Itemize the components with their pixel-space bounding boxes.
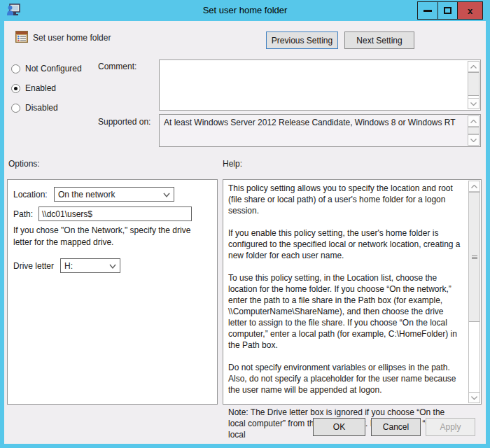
supported-on-box: At least Windows Server 2012 Release Can… bbox=[159, 114, 481, 147]
supported-on-label: Supported on: bbox=[98, 117, 150, 127]
drive-letter-chevron-down-icon bbox=[108, 262, 117, 270]
comment-scrollbar[interactable] bbox=[468, 61, 479, 109]
options-panel: Location: On the network Path: \\dc01\us… bbox=[7, 179, 218, 405]
help-scroll-down-icon[interactable] bbox=[469, 392, 479, 402]
options-section-label: Options: bbox=[8, 159, 40, 169]
policy-setting-icon bbox=[15, 31, 28, 43]
radio-disabled-circle bbox=[11, 104, 20, 113]
radio-not-configured-label: Not Configured bbox=[25, 64, 82, 74]
path-label: Path: bbox=[13, 209, 33, 219]
drive-letter-instruction: If you chose "On the Network," specify t… bbox=[13, 225, 211, 248]
help-scroll-up-icon[interactable] bbox=[469, 181, 479, 192]
next-setting-button[interactable]: Next Setting bbox=[344, 31, 414, 49]
close-icon: x bbox=[468, 6, 472, 16]
radio-disabled[interactable]: Disabled bbox=[11, 102, 58, 113]
help-paragraph: This policy setting allows you to specif… bbox=[228, 183, 464, 216]
radio-not-configured[interactable]: Not Configured bbox=[11, 63, 82, 74]
radio-disabled-label: Disabled bbox=[25, 103, 58, 113]
help-text: This policy setting allows you to specif… bbox=[228, 183, 464, 448]
scroll-thumb-grip-icon bbox=[472, 257, 477, 258]
supported-on-value: At least Windows Server 2012 Release Can… bbox=[164, 118, 463, 128]
dialog-window: Set user home folder x Set user home fol… bbox=[0, 0, 490, 448]
dialog-content: Set user home folder Previous Setting Ne… bbox=[4, 21, 486, 444]
location-chevron-down-icon bbox=[162, 190, 171, 199]
radio-enabled-label: Enabled bbox=[25, 83, 56, 93]
comment-textarea[interactable] bbox=[159, 59, 481, 111]
comment-scroll-down-icon[interactable] bbox=[468, 98, 479, 108]
location-value: On the network bbox=[58, 190, 115, 200]
titlebar[interactable]: Set user home folder x bbox=[0, 0, 490, 21]
maximize-button[interactable] bbox=[438, 1, 458, 20]
path-value: \\dc01\users$ bbox=[42, 209, 92, 219]
comment-label: Comment: bbox=[98, 62, 136, 71]
help-paragraph: To use this policy setting, in the Locat… bbox=[228, 272, 464, 351]
drive-letter-dropdown[interactable]: H: bbox=[60, 258, 120, 273]
maximize-icon bbox=[444, 7, 451, 14]
help-paragraph: Do not specify environment variables or … bbox=[228, 362, 464, 396]
radio-not-configured-circle bbox=[11, 64, 20, 74]
radio-enabled[interactable]: Enabled bbox=[11, 83, 56, 94]
drive-letter-label: Drive letter bbox=[13, 261, 54, 271]
help-paragraph: If you enable this policy setting, the u… bbox=[228, 227, 464, 261]
help-scrollbar[interactable] bbox=[468, 181, 480, 403]
apply-button: Apply bbox=[426, 418, 475, 436]
help-scroll-thumb[interactable] bbox=[469, 192, 479, 322]
path-input[interactable]: \\dc01\users$ bbox=[38, 206, 192, 221]
supported-scroll-up-icon[interactable] bbox=[468, 116, 479, 127]
help-section-label: Help: bbox=[223, 159, 242, 169]
cancel-button[interactable]: Cancel bbox=[371, 418, 421, 436]
location-label: Location: bbox=[13, 190, 48, 200]
minimize-icon bbox=[424, 10, 432, 12]
comment-scroll-up-icon[interactable] bbox=[468, 62, 479, 72]
window-title: Set user home folder bbox=[0, 5, 490, 15]
drive-letter-value: H: bbox=[64, 261, 73, 271]
previous-setting-button[interactable]: Previous Setting bbox=[266, 31, 338, 49]
minimize-button[interactable] bbox=[417, 1, 438, 20]
supported-scroll-thumb[interactable] bbox=[468, 127, 479, 134]
ok-button[interactable]: OK bbox=[313, 418, 365, 436]
supported-scroll-down-icon[interactable] bbox=[468, 134, 479, 145]
policy-name-label: Set user home folder bbox=[33, 33, 111, 43]
window-controls: x bbox=[418, 1, 483, 20]
comment-scroll-thumb[interactable] bbox=[468, 72, 479, 96]
radio-enabled-circle bbox=[11, 84, 20, 93]
close-button[interactable]: x bbox=[457, 1, 483, 20]
help-panel[interactable]: This policy setting allows you to specif… bbox=[223, 179, 482, 405]
supported-scrollbar[interactable] bbox=[468, 115, 479, 146]
location-dropdown[interactable]: On the network bbox=[54, 187, 174, 202]
